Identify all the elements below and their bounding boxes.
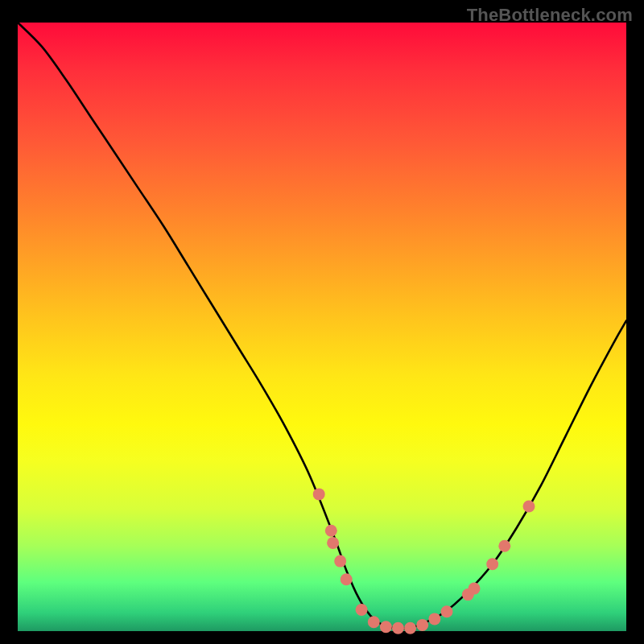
data-point	[392, 622, 404, 634]
data-point	[341, 573, 353, 585]
data-point	[368, 616, 380, 628]
data-point	[327, 537, 339, 549]
data-point	[404, 622, 416, 634]
chart-frame: TheBottleneck.com	[0, 0, 644, 644]
data-point	[428, 613, 440, 625]
data-point	[313, 488, 325, 500]
curve-svg	[18, 23, 626, 631]
data-point	[523, 501, 535, 513]
data-point	[469, 583, 481, 595]
data-point	[334, 555, 346, 568]
data-points	[313, 488, 535, 634]
plot-area	[18, 23, 626, 631]
data-point	[498, 540, 510, 552]
data-point	[356, 604, 368, 616]
data-point	[416, 619, 428, 631]
data-point	[380, 621, 392, 633]
bottleneck-curve	[18, 23, 626, 629]
data-point	[486, 558, 498, 570]
data-point	[325, 525, 337, 537]
data-point	[441, 605, 453, 617]
